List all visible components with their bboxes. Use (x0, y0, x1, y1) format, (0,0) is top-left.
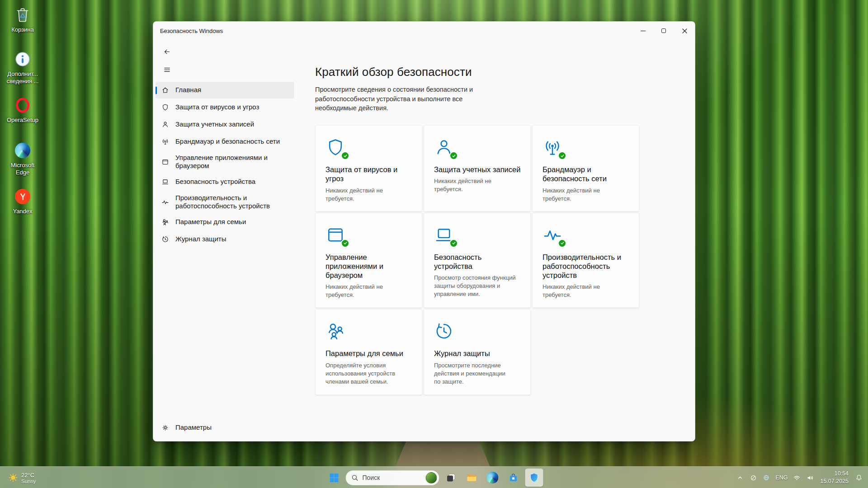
notification-center-button[interactable] (853, 469, 865, 486)
sidebar-item-app-browser-control[interactable]: Управление приложениями и браузером (156, 150, 294, 173)
tray-globe-button[interactable] (760, 469, 773, 486)
tray-blocked-status-button[interactable] (747, 469, 760, 486)
minimize-button[interactable] (632, 22, 653, 40)
opera-icon (13, 96, 32, 115)
card-virus-threat-protection[interactable]: Защита от вирусов и угроз Никаких действ… (315, 125, 422, 211)
maximize-button[interactable] (653, 22, 674, 40)
card-family-options[interactable]: Параметры для семьи Определяйте условия … (315, 309, 422, 395)
file-explorer-button[interactable] (463, 469, 481, 487)
close-button[interactable] (674, 22, 695, 40)
store-button[interactable] (505, 469, 523, 487)
desktop-icon-label: Microsoft Edge (4, 162, 42, 176)
sidebar-item-label: Безопасность устройства (175, 178, 255, 186)
windows-security-shield-icon (529, 472, 540, 483)
card-description: Никаких действий не требуется. (542, 187, 630, 203)
windows-logo-icon (329, 473, 339, 483)
globe-icon (762, 474, 770, 482)
card-firewall-network[interactable]: Брандмауэр и безопасность сети Никаких д… (532, 125, 639, 211)
security-cards-grid: Защита от вирусов и угроз Никаких действ… (315, 125, 695, 395)
sidebar-nav: Главная Защита от вирусов и угроз Защита… (155, 81, 295, 248)
sidebar-item-label: Защита от вирусов и угроз (175, 103, 259, 111)
card-device-performance[interactable]: Производительность и работоспособность у… (532, 213, 639, 308)
sidebar-item-settings[interactable]: Параметры (156, 419, 294, 436)
sidebar-item-device-security[interactable]: Безопасность устройства (156, 174, 294, 190)
sidebar-item-firewall[interactable]: Брандмауэр и безопасность сети (156, 133, 294, 150)
edge-icon (487, 472, 499, 483)
sidebar-item-family-options[interactable]: Параметры для семьи (156, 214, 294, 230)
page-title: Краткий обзор безопасности (315, 65, 695, 79)
weather-widget[interactable]: 22°C Sunny (4, 467, 41, 488)
desktop-icon-opera-setup[interactable]: OperaSetup (4, 96, 42, 124)
hidden-icons-button[interactable] (734, 469, 746, 486)
card-title: Производительность и работоспособность у… (542, 253, 630, 280)
sidebar-item-home[interactable]: Главная (156, 82, 294, 99)
taskbar-search[interactable]: Поиск (346, 470, 439, 485)
store-icon (508, 472, 519, 483)
close-icon (682, 28, 687, 33)
card-description: Просмотр состояния функций защиты оборуд… (434, 274, 521, 298)
card-description: Никаких действий не требуется. (326, 283, 413, 299)
back-button[interactable] (160, 44, 174, 59)
search-highlight-thumbnail (426, 472, 437, 483)
edge-button[interactable] (484, 469, 502, 487)
desktop-icon-label: Yandex (13, 208, 32, 215)
sidebar-item-label: Главная (175, 86, 201, 94)
card-account-protection[interactable]: Защита учетных записей Никаких действий … (424, 125, 531, 211)
navigation-menu-button[interactable] (160, 62, 174, 77)
card-title: Брандмауэр и безопасность сети (542, 165, 630, 183)
card-device-security[interactable]: Безопасность устройства Просмотр состоян… (424, 213, 531, 308)
windows-security-window: Безопасность Windows Главная (153, 21, 695, 441)
desktop-icon-label: OperaSetup (7, 117, 38, 124)
card-protection-history[interactable]: Журнал защиты Просмотрите последние дейс… (424, 309, 531, 395)
sidebar: Главная Защита от вирусов и угроз Защита… (153, 40, 297, 441)
taskview-button[interactable] (442, 469, 460, 487)
desktop-icon-recycle-bin[interactable]: Корзина (4, 5, 42, 33)
taskbar-clock[interactable]: 10:54 15.07.2025 (820, 470, 849, 485)
volume-button[interactable] (804, 469, 817, 486)
card-title: Защита учетных записей (434, 165, 521, 174)
titlebar[interactable]: Безопасность Windows (153, 22, 695, 40)
start-button[interactable] (325, 469, 343, 487)
hamburger-icon (163, 66, 171, 74)
status-ok-badge (449, 239, 458, 248)
desktop-icon-label: Дополнит... сведения ... (4, 70, 42, 85)
chevron-up-icon (736, 474, 744, 481)
recycle-bin-icon (13, 5, 32, 24)
weather-temperature: 22°C (21, 472, 36, 479)
sidebar-item-device-performance[interactable]: Производительность и работоспособность у… (156, 191, 294, 213)
language-indicator[interactable]: ENG (773, 469, 790, 486)
shield-icon (161, 103, 169, 111)
desktop-icon-info-shortcut[interactable]: Дополнит... сведения ... (4, 50, 42, 85)
window-title: Безопасность Windows (153, 28, 223, 34)
desktop-icon-yandex[interactable]: Yandex (4, 187, 42, 215)
sidebar-item-virus-protection[interactable]: Защита от вирусов и угроз (156, 99, 294, 116)
card-title: Параметры для семьи (326, 349, 413, 358)
card-description: Определяйте условия использования устрой… (326, 361, 413, 386)
card-app-browser-control[interactable]: Управление приложениями и браузером Ника… (315, 213, 422, 308)
info-shortcut-icon (13, 50, 32, 69)
card-description: Никаких действий не требуется. (542, 283, 630, 299)
search-placeholder: Поиск (363, 474, 380, 481)
yandex-icon (13, 187, 32, 206)
folder-icon (466, 472, 478, 483)
wifi-button[interactable] (790, 469, 803, 486)
status-ok-badge (558, 239, 566, 248)
windows-security-button[interactable] (525, 469, 543, 487)
sidebar-item-label: Управление приложениями и браузером (175, 154, 282, 170)
desktop-icon-microsoft-edge[interactable]: Microsoft Edge (4, 141, 42, 176)
card-description: Никаких действий не требуется. (326, 187, 413, 203)
sidebar-item-label: Параметры для семьи (175, 218, 246, 226)
sidebar-item-protection-history[interactable]: Журнал защиты (156, 231, 294, 248)
sidebar-item-label: Защита учетных записей (175, 120, 254, 128)
card-title: Журнал защиты (434, 349, 521, 358)
desktop-icon-label: Корзина (11, 26, 34, 33)
sidebar-item-account-protection[interactable]: Защита учетных записей (156, 116, 294, 133)
person-icon (161, 121, 169, 128)
clock-time: 10:54 (820, 470, 849, 478)
wifi-icon (793, 474, 801, 482)
taskview-icon (446, 472, 457, 483)
clock-date: 15.07.2025 (820, 478, 849, 485)
weather-sun-icon (8, 473, 18, 483)
sidebar-item-label: Производительность и работоспособность у… (175, 194, 282, 211)
home-icon (161, 86, 169, 94)
